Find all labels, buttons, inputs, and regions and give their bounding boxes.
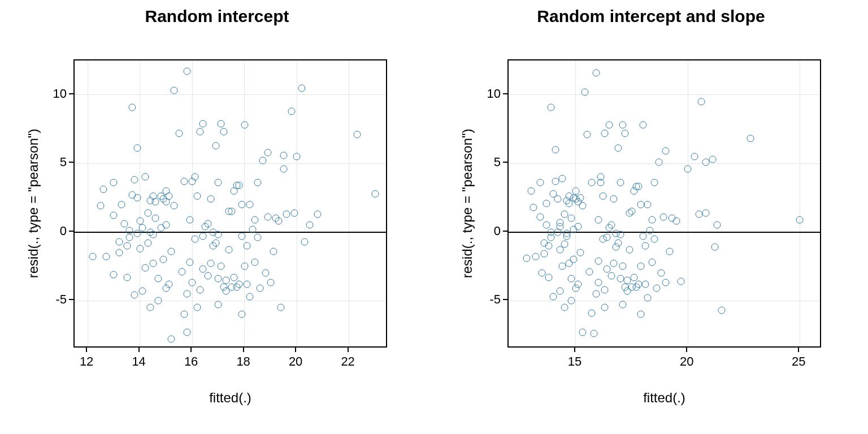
scatter-point [678,278,685,285]
scatter-point [604,266,611,273]
scatter-point [371,190,379,197]
scatter-point [165,193,172,200]
scatter-point [583,131,591,138]
scatter-point [102,253,110,261]
scatter-point [123,274,131,281]
scatter-point [523,254,530,262]
gridline-vertical [192,60,193,346]
scatter-point [576,249,584,257]
scatter-point [199,266,206,273]
scatter-point [702,209,709,216]
scatter-point [259,157,267,164]
scatter-point [561,304,568,311]
scatter-point [650,179,658,186]
scatter-point [796,216,804,223]
scatter-point [170,202,177,210]
scatter-point [241,263,248,270]
y-tick-mark [503,231,507,232]
panel-title: Random intercept and slope [434,7,868,26]
scatter-point [212,240,219,247]
scatter-point [176,129,183,137]
scatter-point [181,177,188,185]
scatter-point [249,225,256,233]
x-tick-mark [686,348,687,352]
plot-area [73,59,387,348]
scatter-point [646,227,653,235]
scatter-point [134,145,141,152]
scatter-point [581,88,588,96]
zero-line [75,232,386,233]
scatter-point [545,242,553,249]
scatter-point [615,240,622,247]
scatter-point [147,304,154,311]
scatter-point [183,328,190,336]
scatter-point [570,256,577,263]
gridline-vertical [800,60,800,346]
x-tick-label: 16 [184,354,198,369]
y-tick-mark [503,162,507,163]
gridline-vertical [688,60,688,346]
scatter-point [617,275,624,283]
figure: Random intercept resid(., type = "pearso… [0,0,868,434]
scatter-point [244,242,251,249]
scatter-point [639,232,646,240]
scatter-point [131,292,138,299]
scatter-point [314,211,322,218]
scatter-point [99,186,107,193]
scatter-point [684,165,692,172]
scatter-point [128,103,136,111]
y-tick-label: -5 [489,292,501,307]
scatter-point [97,202,105,210]
scatter-point [215,275,222,283]
scatter-point [215,179,222,186]
scatter-point [545,274,553,281]
scatter-point [550,293,557,300]
x-tick-mark [138,348,140,352]
scatter-point [215,301,222,309]
scatter-point [131,176,138,184]
scatter-point [236,182,243,189]
scatter-point [610,196,618,203]
scatter-point [168,248,175,255]
scatter-point [574,223,581,230]
plot-area [507,59,821,348]
scatter-point [218,263,225,270]
scatter-point [536,179,544,186]
scatter-point [204,272,211,280]
scatter-point [293,153,301,160]
scatter-point [541,250,548,258]
scatter-point [639,121,646,129]
scatter-point [306,222,314,229]
scatter-point [194,193,201,200]
gridline-horizontal [509,301,820,301]
scatter-point [251,216,259,223]
scatter-point [191,235,198,242]
scatter-point [110,271,118,278]
scatter-point [568,297,575,305]
y-tick-mark [503,93,507,94]
scatter-point [561,211,568,218]
scatter-point [123,242,131,249]
scatter-point [543,222,550,229]
scatter-point [527,187,535,194]
scatter-point [181,311,188,318]
scatter-point [120,220,128,228]
x-tick-label: 14 [132,354,145,369]
scatter-point [644,201,651,209]
scatter-point [644,294,651,302]
scatter-point [673,218,680,225]
scatter-point [288,107,295,115]
scatter-point [225,246,232,254]
scatter-point [532,253,539,261]
scatter-point [713,222,721,229]
scatter-point [115,238,123,245]
scatter-point [659,213,667,220]
y-axis-label: resid(., type = "pearson") [459,59,475,348]
scatter-point [601,304,609,311]
x-axis-label: fitted(.) [507,390,821,406]
scatter-point [655,158,662,166]
scatter-point [718,307,725,314]
scatter-point [136,245,144,252]
scatter-point [552,146,559,153]
scatter-point [264,149,272,156]
